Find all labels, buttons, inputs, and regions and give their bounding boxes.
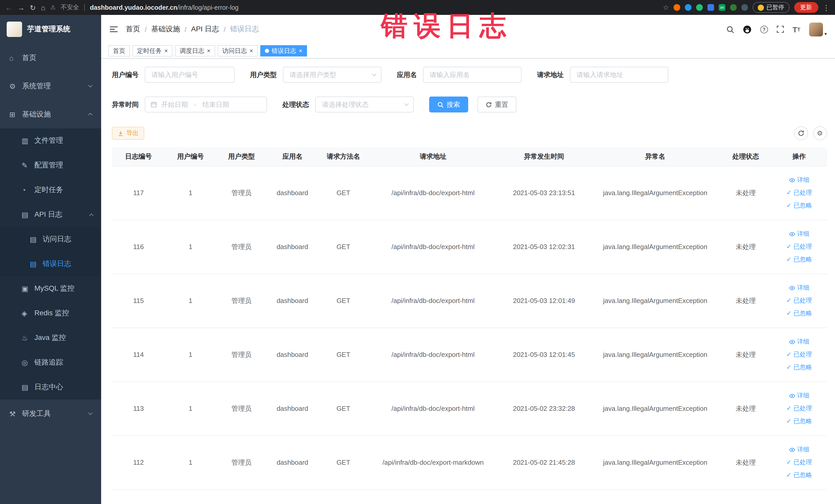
app-name-input[interactable] xyxy=(423,67,522,83)
processed-link[interactable]: ✓ 已处理 xyxy=(772,402,827,415)
ignored-link[interactable]: ✓ 已忽略 xyxy=(772,415,827,428)
ignored-link[interactable]: ✓ 已忽略 xyxy=(772,253,827,266)
sidebar-item-mysql-monitor[interactable]: ▣ MySQL 监控 xyxy=(0,276,101,301)
sidebar-item-config-management[interactable]: ✎ 配置管理 xyxy=(0,153,101,178)
sidebar-item-java-monitor[interactable]: ♨ Java 监控 xyxy=(0,326,101,350)
breadcrumb-item[interactable]: API 日志 xyxy=(191,25,219,34)
table-row: 115 1 管理员 dashboard GET /api/infra/db-do… xyxy=(112,274,827,328)
font-size-icon[interactable]: TT xyxy=(792,25,800,34)
cell-exception: java.lang.IllegalArgumentException xyxy=(591,166,720,220)
process-status-select[interactable]: 请选择处理状态 xyxy=(315,97,414,113)
cell-exception: java.lang.IllegalArgumentException xyxy=(591,382,720,436)
breadcrumb-separator: / xyxy=(224,25,225,33)
update-button[interactable]: 更新 xyxy=(794,2,818,13)
bookmark-star-icon[interactable]: ☆ xyxy=(663,4,669,11)
detail-link[interactable]: 详细 xyxy=(772,389,827,402)
cell-app-name: dashboard xyxy=(267,436,318,489)
sidebar-item-access-log[interactable]: ▤ 访问日志 xyxy=(0,227,101,251)
export-button[interactable]: 导出 xyxy=(112,127,144,140)
tab-dispatch-log[interactable]: 调度日志 × xyxy=(175,45,215,57)
processed-link[interactable]: ✓ 已处理 xyxy=(772,240,827,253)
detail-link[interactable]: 详细 xyxy=(772,174,827,186)
reset-button[interactable]: 重置 xyxy=(477,97,516,113)
sidebar-item-error-log[interactable]: ▤ 错误日志 xyxy=(0,251,101,276)
sidebar-item-file-management[interactable]: ▥ 文件管理 xyxy=(0,128,101,153)
extension-icon[interactable] xyxy=(730,4,737,11)
start-date-placeholder: 开始日期 xyxy=(161,100,188,109)
tab-access-log[interactable]: 访问日志 × xyxy=(218,45,258,57)
fullscreen-icon[interactable] xyxy=(776,26,784,33)
ignored-link[interactable]: ✓ 已忽略 xyxy=(772,199,827,212)
kebab-menu-icon[interactable]: ⋮ xyxy=(823,4,830,11)
app-logo: 芋道管理系统 xyxy=(0,15,101,44)
sidebar-item-link-tracing[interactable]: ◎ 链路追踪 xyxy=(0,350,101,375)
request-url-input[interactable] xyxy=(570,67,668,83)
sidebar-item-api-log[interactable]: ▤ API 日志 xyxy=(0,202,101,227)
chevron-up-icon xyxy=(89,213,94,218)
ignored-label: 已忽略 xyxy=(793,469,812,482)
ignored-link[interactable]: ✓ 已忽略 xyxy=(772,307,827,320)
tab-error-log[interactable]: 错误日志 × xyxy=(260,45,307,57)
breadcrumb-item[interactable]: 基础设施 xyxy=(151,25,180,34)
sidebar-item-scheduled-tasks[interactable]: ◔ 定时任务 xyxy=(0,178,101,202)
warning-icon: ⚠ xyxy=(50,4,56,11)
extension-icon[interactable] xyxy=(741,4,748,11)
extension-icon[interactable] xyxy=(696,4,703,11)
close-icon[interactable]: × xyxy=(299,48,302,54)
extension-icon[interactable] xyxy=(685,4,692,11)
exception-time-range-picker[interactable]: 开始日期 - 结束日期 xyxy=(145,97,267,113)
forward-icon[interactable]: → xyxy=(18,4,25,11)
sidebar-item-log-center[interactable]: ▤ 日志中心 xyxy=(0,375,101,400)
extension-icon[interactable]: on xyxy=(719,4,726,11)
paused-extension-chip[interactable]: 已暂停 xyxy=(753,2,789,13)
home-icon[interactable]: ⌂ xyxy=(41,4,45,11)
processed-link[interactable]: ✓ 已处理 xyxy=(772,456,827,469)
ignored-link[interactable]: ✓ 已忽略 xyxy=(772,361,827,374)
processed-link[interactable]: ✓ 已处理 xyxy=(772,348,827,361)
detail-link[interactable]: 详细 xyxy=(772,281,827,294)
search-icon[interactable] xyxy=(726,25,734,33)
user-type-select[interactable]: 请选择用户类型 xyxy=(283,67,382,83)
sidebar-item-home[interactable]: ⌂ 首页 xyxy=(0,44,101,72)
cell-status: 未处理 xyxy=(720,328,771,382)
detail-link[interactable]: 详细 xyxy=(772,443,827,456)
github-icon[interactable] xyxy=(742,25,751,34)
security-label[interactable]: 不安全 xyxy=(61,3,79,12)
user-id-input[interactable] xyxy=(145,67,235,83)
detail-link[interactable]: 详细 xyxy=(772,335,827,348)
sidebar-item-dev-tools[interactable]: ⚒ 研发工具 xyxy=(0,400,101,428)
filter-exception-time: 异常时间 开始日期 - 结束日期 xyxy=(112,97,267,113)
tab-scheduled-tasks[interactable]: 定时任务 × xyxy=(133,45,172,57)
check-icon: ✓ xyxy=(786,456,791,469)
timer-icon: ◔ xyxy=(22,186,34,194)
help-icon[interactable]: ? xyxy=(760,25,768,33)
search-button[interactable]: 搜索 xyxy=(429,97,468,113)
ignored-link[interactable]: ✓ 已忽略 xyxy=(772,469,827,482)
tab-home[interactable]: 首页 xyxy=(108,45,130,57)
address-bar[interactable]: dashboard.yudao.iocoder.cn/infra/log/api… xyxy=(90,4,239,11)
close-icon[interactable]: × xyxy=(164,48,168,54)
close-icon[interactable]: × xyxy=(207,48,210,54)
table-row: 113 1 管理员 dashboard GET /api/infra/db-do… xyxy=(112,382,827,436)
extension-icon[interactable] xyxy=(708,4,714,11)
processed-link[interactable]: ✓ 已处理 xyxy=(772,294,827,307)
detail-link[interactable]: 详细 xyxy=(772,227,827,240)
close-icon[interactable]: × xyxy=(249,48,253,54)
processed-link[interactable]: ✓ 已处理 xyxy=(772,186,827,199)
filter-app-name: 应用名 xyxy=(397,67,522,83)
column-settings-button[interactable]: ⚙ xyxy=(813,126,827,140)
extension-icon[interactable] xyxy=(674,4,680,11)
refresh-button[interactable] xyxy=(794,126,808,140)
back-icon[interactable]: ← xyxy=(5,4,12,11)
reload-icon[interactable]: ↻ xyxy=(30,4,36,11)
infrastructure-icon: ⊞ xyxy=(9,110,22,118)
ignored-label: 已忽略 xyxy=(793,253,812,266)
filter-user-id: 用户编号 xyxy=(112,67,235,83)
breadcrumb-item[interactable]: 首页 xyxy=(126,25,140,34)
cell-app-name: dashboard xyxy=(267,166,318,220)
sidebar-item-redis-monitor[interactable]: ◈ Redis 监控 xyxy=(0,301,101,326)
sidebar-item-infrastructure[interactable]: ⊞ 基础设施 xyxy=(0,100,101,128)
sidebar-item-system[interactable]: ⚙ 系统管理 xyxy=(0,72,101,100)
user-menu[interactable]: ▾ xyxy=(809,22,827,36)
hamburger-icon[interactable] xyxy=(109,26,118,33)
